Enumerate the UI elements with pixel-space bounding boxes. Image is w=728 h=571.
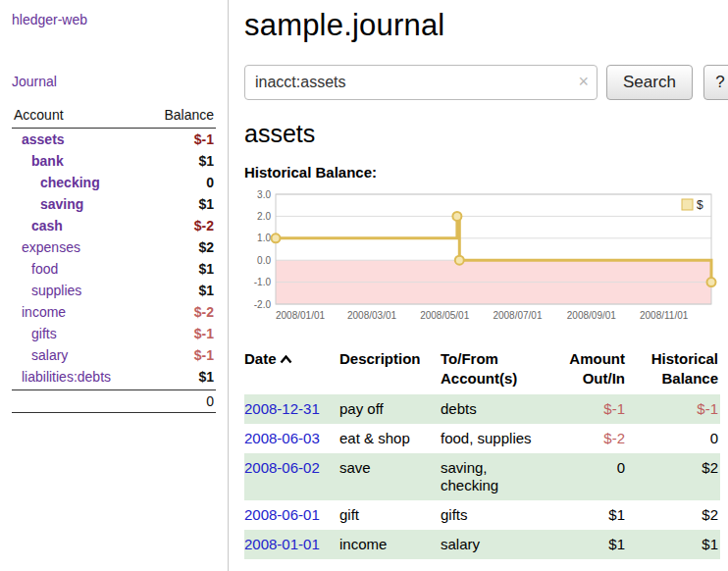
sidebar: hledger-web Journal Account Balance asse…: [0, 0, 229, 571]
description-cell: eat & shop: [339, 424, 441, 453]
search-bar: × Search ?: [244, 65, 728, 100]
account-balance: 0: [206, 175, 214, 190]
sort-ascending-icon: [280, 355, 292, 364]
account-balance: $1: [198, 153, 214, 169]
balance-cell: $2: [627, 453, 720, 501]
accounts-cell: food, supplies: [441, 424, 550, 453]
account-link-assets[interactable]: assets: [14, 131, 65, 147]
account-link-food[interactable]: food: [14, 261, 58, 277]
account-link-supplies[interactable]: supplies: [14, 283, 81, 298]
accounts-cell: gifts: [441, 500, 550, 530]
y-tick-label: -2.0: [254, 299, 272, 310]
account-link-expenses[interactable]: expenses: [14, 239, 80, 255]
y-tick-label: 2.0: [257, 211, 271, 222]
header-description: Description: [339, 345, 441, 394]
app-title-link[interactable]: hledger-web: [12, 12, 216, 27]
amount-cell: $-2: [550, 424, 627, 453]
accounts-rows: assets$-1bank$1checking0saving$1cash$-2e…: [12, 129, 216, 388]
accounts-table: Account Balance assets$-1bank$1checking0…: [12, 105, 216, 413]
balance-cell: $2: [627, 500, 720, 530]
transaction-date-link[interactable]: 2008-12-31: [244, 400, 320, 417]
date-cell: 2008-06-02: [244, 453, 339, 501]
description-cell: income: [339, 530, 441, 559]
account-link-cash[interactable]: cash: [14, 218, 63, 234]
y-tick-label: 3.0: [257, 189, 271, 200]
y-tick-label: 0.0: [257, 255, 271, 266]
account-row: cash$-2: [12, 215, 216, 236]
legend-label: $: [697, 198, 703, 212]
y-tick-label: -1.0: [254, 277, 272, 287]
amount-cell: 0: [550, 453, 627, 501]
register-rows: 2008-12-31pay offdebts$-1$-12008-06-03ea…: [244, 394, 720, 559]
account-link-bank[interactable]: bank: [14, 153, 64, 169]
accounts-cell: salary: [441, 530, 550, 559]
account-balance: $1: [198, 283, 214, 298]
balance-cell: $-1: [627, 394, 720, 424]
clear-search-icon[interactable]: ×: [578, 72, 589, 91]
account-balance: $-2: [194, 304, 214, 320]
account-row: assets$-1: [12, 129, 216, 150]
transaction-date-link[interactable]: 2008-06-01: [244, 506, 320, 523]
header-date[interactable]: Date: [244, 345, 339, 394]
register-row: 2008-06-01giftgifts$1$2: [244, 500, 720, 530]
account-row: expenses$2: [12, 236, 216, 258]
account-row: liabilities:debts$1: [12, 366, 216, 388]
data-point-marker: [455, 256, 464, 265]
account-row: checking0: [12, 172, 216, 193]
account-balance: $1: [198, 196, 214, 212]
main-content: sample.journal × Search ? assets Histori…: [229, 0, 728, 571]
x-tick-label: 2008/01/01: [276, 310, 325, 321]
header-tofrom: To/From Account(s): [441, 345, 550, 394]
description-cell: pay off: [339, 394, 441, 424]
data-point-marker: [272, 234, 281, 242]
chart-title: Historical Balance:: [244, 164, 728, 181]
legend-swatch: [682, 199, 693, 210]
accounts-cell: saving, checking: [441, 453, 550, 501]
account-link-checking[interactable]: checking: [14, 175, 100, 190]
amount-cell: $1: [550, 500, 627, 530]
historical-balance-chart: 3.02.01.00.0-1.0-2.02008/01/012008/03/01…: [244, 188, 721, 332]
account-heading: assets: [244, 120, 728, 148]
account-row: income$-2: [12, 301, 216, 323]
account-link-gifts[interactable]: gifts: [14, 326, 57, 341]
transaction-date-link[interactable]: 2008-06-03: [244, 430, 320, 446]
accounts-cell: debts: [441, 394, 550, 424]
date-cell: 2008-12-31: [244, 394, 339, 424]
accounts-table-header: Account Balance: [12, 105, 216, 129]
transaction-date-link[interactable]: 2008-01-01: [244, 536, 320, 552]
description-cell: gift: [339, 500, 441, 530]
sidebar-item-journal[interactable]: Journal: [12, 74, 216, 89]
search-input[interactable]: [244, 65, 598, 100]
register-table: Date Description To/From Account(s) Amou…: [244, 345, 720, 559]
account-link-salary[interactable]: salary: [14, 347, 68, 363]
x-tick-label: 2008/11/01: [640, 310, 689, 321]
data-point-marker: [452, 212, 461, 221]
total-balance: 0: [206, 393, 214, 409]
account-link-saving[interactable]: saving: [14, 196, 83, 212]
account-balance: $2: [198, 239, 214, 255]
data-point-marker: [707, 278, 716, 286]
transaction-date-link[interactable]: 2008-06-02: [244, 459, 320, 476]
balance-cell: $1: [627, 530, 720, 559]
search-box: ×: [244, 65, 598, 100]
account-link-income[interactable]: income: [14, 304, 66, 320]
description-cell: save: [339, 453, 441, 501]
account-balance: $1: [198, 369, 214, 385]
x-tick-label: 2008/05/01: [420, 310, 469, 321]
amount-cell: $1: [550, 530, 627, 559]
x-tick-label: 2008/09/01: [567, 310, 616, 321]
date-cell: 2008-01-01: [244, 530, 339, 559]
x-tick-label: 2008/03/01: [347, 310, 396, 321]
help-button[interactable]: ?: [703, 65, 728, 100]
register-row: 2008-12-31pay offdebts$-1$-1: [244, 394, 720, 424]
register-row: 2008-06-03eat & shopfood, supplies$-20: [244, 424, 720, 453]
register-header-row: Date Description To/From Account(s) Amou…: [244, 345, 720, 394]
search-button[interactable]: Search: [606, 65, 693, 100]
header-date-label: Date: [244, 350, 277, 367]
account-link-liabilities-debts[interactable]: liabilities:debts: [14, 369, 111, 385]
account-row: saving$1: [12, 193, 216, 215]
y-tick-label: 1.0: [257, 233, 271, 243]
balance-column-header: Balance: [164, 107, 214, 123]
page-title: sample.journal: [244, 8, 728, 43]
account-balance: $-2: [194, 218, 214, 234]
